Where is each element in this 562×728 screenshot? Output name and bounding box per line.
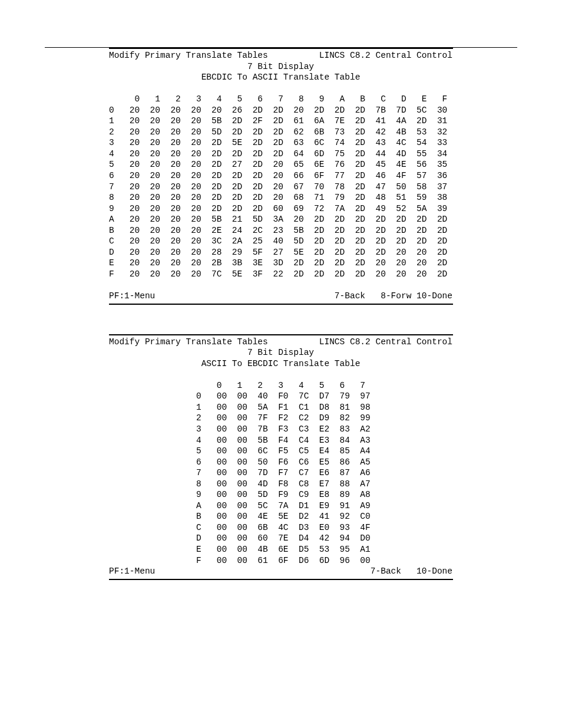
ebcdic-to-ascii-content: Modify Primary Translate Tables LINCS C8… (109, 48, 453, 305)
ascii-to-ebcdic-panel: Modify Primary Translate Tables LINCS C8… (0, 334, 562, 580)
ascii-to-ebcdic-content: Modify Primary Translate Tables LINCS C8… (109, 334, 453, 580)
ebcdic-to-ascii-panel: Modify Primary Translate Tables LINCS C8… (0, 48, 562, 305)
